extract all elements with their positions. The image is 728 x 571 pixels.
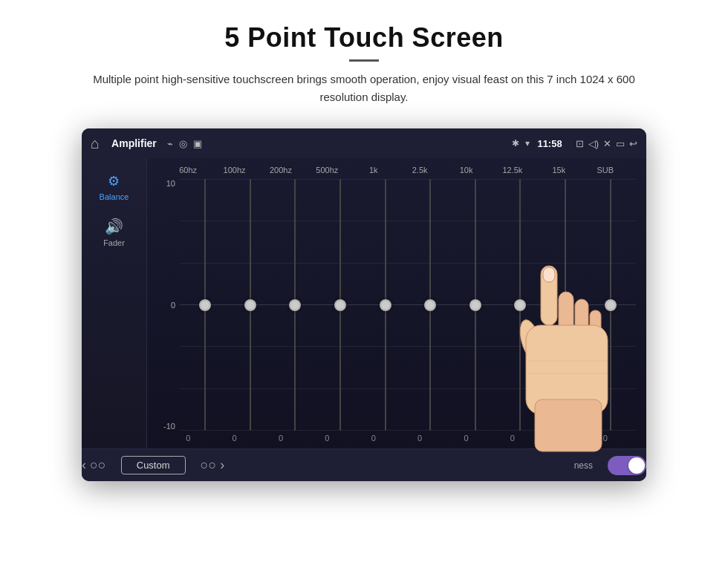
scale-middle: 0 xyxy=(162,301,175,310)
app-title: Amplifier xyxy=(111,137,157,149)
page-title: 5 Point Touch Screen xyxy=(82,22,646,53)
slider-track-500hz xyxy=(339,179,341,431)
slider-handle-SUB[interactable] xyxy=(605,299,617,311)
status-icons-left: ⌁ ◎ ▣ xyxy=(167,138,202,149)
prev-arrow[interactable]: ‹ ○○ xyxy=(82,457,106,473)
val-1k: 0 xyxy=(359,434,389,443)
freq-100hz: 100hz xyxy=(220,166,250,174)
sidebar: ⚙ Balance 🔊 Fader xyxy=(82,158,147,448)
title-section: 5 Point Touch Screen Multiple point high… xyxy=(82,22,646,120)
toggle-label: ness xyxy=(574,460,593,471)
slider-col-2.5k[interactable] xyxy=(408,179,453,431)
slider-col-12.5k[interactable] xyxy=(498,179,543,431)
val-sub: 0 xyxy=(591,434,620,443)
freq-sub: SUB xyxy=(591,166,620,174)
slider-track-15k xyxy=(565,179,566,431)
freq-2.5k: 2.5k xyxy=(405,166,435,174)
status-bar: ⌂ Amplifier ⌁ ◎ ▣ ✱ ▾ 11:58 ⊡ ◁) ✕ ▭ ↩ xyxy=(82,128,646,158)
value-labels: 0 0 0 0 0 0 0 0 0 0 xyxy=(157,431,636,443)
slider-col-15k[interactable] xyxy=(543,179,588,431)
slider-col-100hz[interactable] xyxy=(228,179,273,431)
val-12.5k: 0 xyxy=(498,434,527,443)
device-frame: ⌂ Amplifier ⌁ ◎ ▣ ✱ ▾ 11:58 ⊡ ◁) ✕ ▭ ↩ ⚙… xyxy=(82,128,646,481)
scale-column: 10 0 -10 xyxy=(157,179,180,431)
freq-labels: 60hz 100hz 200hz 500hz 1k 2.5k 10k 12.5k… xyxy=(157,166,636,179)
slider-handle-100hz[interactable] xyxy=(244,299,256,311)
freq-500hz: 500hz xyxy=(312,166,342,174)
media-icon: ▣ xyxy=(193,138,202,149)
val-500hz: 0 xyxy=(312,434,342,443)
slider-col-1k[interactable] xyxy=(363,179,408,431)
freq-60hz: 60hz xyxy=(173,166,203,174)
val-15k: 0 xyxy=(544,434,573,443)
sliders-container: 10 0 -10 xyxy=(157,179,636,431)
slider-track-10k xyxy=(475,179,476,431)
toggle-knob xyxy=(628,457,645,474)
slider-handle-12.5k[interactable] xyxy=(514,299,526,311)
speaker-icon: 🔊 xyxy=(105,218,123,235)
grid-area xyxy=(180,179,636,431)
slider-handle-2.5k[interactable] xyxy=(424,299,436,311)
main-content: ⚙ Balance 🔊 Fader 60hz 100hz 200hz 500hz… xyxy=(82,158,646,448)
status-time: 11:58 xyxy=(537,138,562,149)
val-200hz: 0 xyxy=(266,434,296,443)
home-icon[interactable]: ⌂ xyxy=(91,135,100,152)
bottom-bar: ‹ ○○ Custom ○○ › ness xyxy=(82,448,646,481)
slider-track-100hz xyxy=(250,179,251,431)
slider-col-60hz[interactable] xyxy=(183,179,228,431)
slider-col-10k[interactable] xyxy=(453,179,498,431)
close-icon[interactable]: ✕ xyxy=(603,138,611,149)
status-icons-right: ✱ ▾ xyxy=(512,138,530,149)
slider-handle-10k[interactable] xyxy=(469,299,481,311)
slider-col-500hz[interactable] xyxy=(318,179,363,431)
volume-icon[interactable]: ◁) xyxy=(588,138,599,149)
fader-label: Fader xyxy=(103,238,125,247)
slider-handle-200hz[interactable] xyxy=(289,299,301,311)
slider-col-200hz[interactable] xyxy=(273,179,318,431)
sidebar-item-fader[interactable]: 🔊 Fader xyxy=(96,213,132,252)
camera-icon[interactable]: ⊡ xyxy=(576,138,584,149)
gps-icon: ◎ xyxy=(179,138,187,149)
sliders-row xyxy=(180,179,636,431)
back-icon[interactable]: ↩ xyxy=(629,138,637,149)
page-subtitle: Multiple point high-sensitive touchscree… xyxy=(82,71,646,106)
slider-track-2.5k xyxy=(429,179,431,431)
slider-col-SUB[interactable] xyxy=(588,179,633,431)
val-100hz: 0 xyxy=(220,434,250,443)
equalizer-icon: ⚙ xyxy=(108,173,120,189)
next-arrow[interactable]: ○○ › xyxy=(201,457,225,473)
freq-15k: 15k xyxy=(544,166,573,174)
usb-icon: ⌁ xyxy=(167,138,173,149)
slider-handle-15k[interactable] xyxy=(559,299,571,311)
freq-1k: 1k xyxy=(359,166,389,174)
bluetooth-icon: ✱ xyxy=(512,138,519,149)
status-action-icons: ⊡ ◁) ✕ ▭ ↩ xyxy=(576,138,637,149)
sidebar-item-balance[interactable]: ⚙ Balance xyxy=(92,169,137,206)
val-10k: 0 xyxy=(452,434,481,443)
wifi-icon: ▾ xyxy=(525,138,530,149)
slider-handle-500hz[interactable] xyxy=(334,299,346,311)
slider-track-200hz xyxy=(294,179,296,431)
window-icon[interactable]: ▭ xyxy=(616,138,625,149)
slider-handle-1k[interactable] xyxy=(380,299,391,311)
freq-10k: 10k xyxy=(452,166,481,174)
scale-bottom: -10 xyxy=(162,422,175,431)
slider-track-60hz xyxy=(204,179,206,431)
freq-12.5k: 12.5k xyxy=(498,166,527,174)
val-60hz: 0 xyxy=(173,434,203,443)
freq-200hz: 200hz xyxy=(266,166,296,174)
slider-track-12.5k xyxy=(519,179,521,431)
slider-handle-60hz[interactable] xyxy=(199,299,211,311)
title-divider xyxy=(349,59,379,62)
eq-area: 60hz 100hz 200hz 500hz 1k 2.5k 10k 12.5k… xyxy=(147,158,646,448)
slider-track-1k xyxy=(385,179,386,431)
scale-top: 10 xyxy=(162,179,175,188)
val-2.5k: 0 xyxy=(405,434,435,443)
slider-track-SUB xyxy=(610,179,611,431)
balance-label: Balance xyxy=(100,192,129,201)
custom-button[interactable]: Custom xyxy=(121,456,186,474)
toggle-switch[interactable] xyxy=(608,456,646,475)
